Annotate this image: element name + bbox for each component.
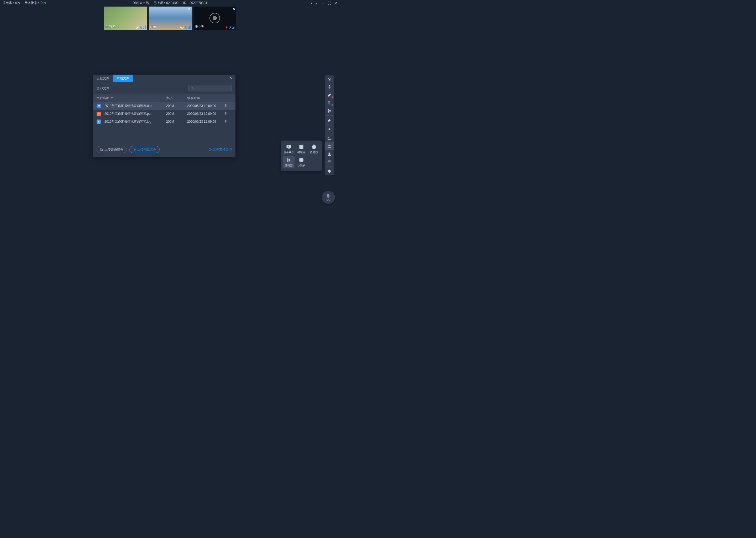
tile-close-icon[interactable]: ✕	[188, 7, 191, 11]
buzzer-button[interactable]: 抢答器	[308, 143, 320, 155]
col-name[interactable]: 文件名称▼	[97, 96, 166, 100]
upload-animated-button[interactable]: 上传动效文件	[129, 146, 160, 153]
folder-tool[interactable]	[325, 134, 334, 142]
record-icon	[136, 26, 139, 29]
table-header: 文件名称▼ 大小 修改时间	[93, 94, 235, 102]
svg-text:2+3: 2+3	[300, 159, 303, 161]
table-row[interactable]: P2019年工作汇报情况查询等等.ppt 200M 2020/06/23 12:…	[93, 110, 235, 118]
svg-point-1	[316, 3, 317, 4]
svg-text:✓: ✓	[300, 147, 301, 149]
tab-cloud-files[interactable]: 云盘文件	[93, 75, 113, 82]
timer-button[interactable]: 计时器	[283, 156, 295, 168]
packet-loss: 丢包率：0%	[3, 1, 20, 5]
table-row[interactable]: W2019年工作汇报情况查询等等.doc 200M 2020/06/23 12:…	[93, 102, 235, 110]
svg-point-8	[191, 87, 193, 89]
screen-share-button[interactable]: 屏幕共享	[283, 143, 295, 155]
quiz-button[interactable]: AB✓ 答题器	[296, 143, 307, 155]
signal-icon	[143, 26, 146, 29]
mic-muted-icon	[225, 26, 228, 29]
top-bar: 丢包率：0% 网络状态：良好 神秘大自然 已上课：02:34:09 ID：202…	[0, 0, 340, 6]
delete-icon[interactable]	[224, 120, 227, 124]
svg-point-24	[330, 162, 330, 162]
right-toolbar: T	[325, 76, 334, 175]
toolbox-popover: 屏幕共享 AB✓ 答题器 抢答器 计时器 2+3 小黑板	[281, 140, 322, 171]
svg-point-14	[329, 79, 330, 80]
hand-count: 0/2	[327, 198, 330, 201]
svg-rect-4	[185, 26, 186, 28]
svg-text:T: T	[328, 101, 330, 105]
fullscreen-icon[interactable]	[328, 1, 331, 5]
signal-icon	[232, 26, 235, 29]
mic-icon	[229, 26, 231, 29]
svg-point-25	[329, 172, 330, 173]
dialog-close-icon[interactable]: ✕	[230, 76, 233, 81]
svg-point-35	[314, 145, 314, 145]
supported-types-link[interactable]: 文件支持类型	[209, 147, 232, 152]
search-input[interactable]	[188, 85, 232, 91]
participant-name: Nina	[150, 25, 157, 29]
close-icon[interactable]	[334, 1, 338, 5]
video-strip: 叮当老师 ✕ Nina ✕ 王小明	[0, 6, 340, 30]
svg-rect-0	[309, 2, 311, 4]
svg-point-20	[329, 153, 330, 154]
participant-name: 叮当老师	[106, 25, 118, 29]
toolbox-tool[interactable]	[325, 142, 334, 150]
network-status: 网络状态：良好	[24, 1, 46, 5]
delete-icon[interactable]	[224, 112, 227, 116]
doc-icon: W	[97, 104, 101, 108]
svg-point-23	[329, 162, 330, 162]
text-tool[interactable]: T	[325, 99, 334, 107]
upload-plain-button[interactable]: 上传普通课件	[97, 146, 127, 153]
pen-tool[interactable]	[325, 91, 334, 99]
session-id: ID：2020070324	[183, 1, 207, 5]
participant-name: 王小明	[195, 25, 205, 29]
col-time[interactable]: 修改时间	[187, 96, 224, 100]
search-icon	[191, 87, 194, 90]
settings-icon[interactable]	[315, 1, 319, 5]
ppt-icon: P	[97, 112, 101, 116]
chat-tool[interactable]	[325, 158, 334, 166]
tile-close-icon[interactable]: ✕	[233, 7, 235, 11]
video-tile[interactable]: ✕ Nina	[149, 7, 192, 30]
move-tool[interactable]	[325, 83, 334, 91]
delete-icon[interactable]	[224, 104, 227, 108]
svg-point-16	[328, 109, 329, 110]
sort-desc-icon: ▼	[111, 97, 113, 99]
svg-point-22	[328, 162, 329, 162]
mic-icon	[140, 26, 142, 29]
laser-pointer-tool[interactable]	[325, 76, 334, 83]
svg-point-17	[328, 111, 329, 112]
image-icon: ▲	[97, 120, 101, 124]
eraser-tool[interactable]	[325, 116, 334, 124]
video-tile[interactable]: ✕ 王小明	[193, 7, 236, 30]
class-title: 神秘大自然	[133, 1, 149, 5]
participants-tool[interactable]	[325, 150, 334, 158]
scissors-tool[interactable]	[325, 107, 334, 115]
video-tile[interactable]: 叮当老师	[104, 7, 147, 30]
signal-icon	[188, 26, 191, 29]
col-size[interactable]: 大小	[166, 96, 187, 100]
camera-off-icon	[210, 13, 220, 24]
elapsed: 已上课：02:34:09	[154, 1, 178, 5]
svg-line-9	[193, 89, 193, 89]
tab-local-files[interactable]: 本地文件	[113, 75, 133, 82]
minimize-icon[interactable]	[321, 1, 325, 5]
record-icon	[180, 26, 183, 29]
mic-icon	[184, 26, 187, 29]
all-files-label: 全部文件	[97, 86, 109, 91]
svg-rect-7	[230, 26, 231, 28]
svg-point-13	[210, 149, 210, 149]
brightness-tool[interactable]	[325, 125, 334, 133]
file-dialog: 云盘文件 本地文件 ✕ 全部文件 文件名称▼ 大小 修改时间 W2019年工作汇…	[93, 75, 235, 157]
svg-rect-19	[328, 146, 331, 148]
table-row[interactable]: ▲2019年工作汇报情况查询等等.jpg 200M 2020/06/23 12:…	[93, 118, 235, 126]
bell-tool[interactable]	[325, 167, 334, 175]
raise-hand-button[interactable]: 0/2	[322, 191, 335, 204]
svg-point-18	[329, 129, 330, 130]
blackboard-button[interactable]: 2+3 小黑板	[296, 156, 307, 168]
svg-rect-3	[140, 26, 141, 28]
camera-icon[interactable]	[309, 1, 312, 5]
